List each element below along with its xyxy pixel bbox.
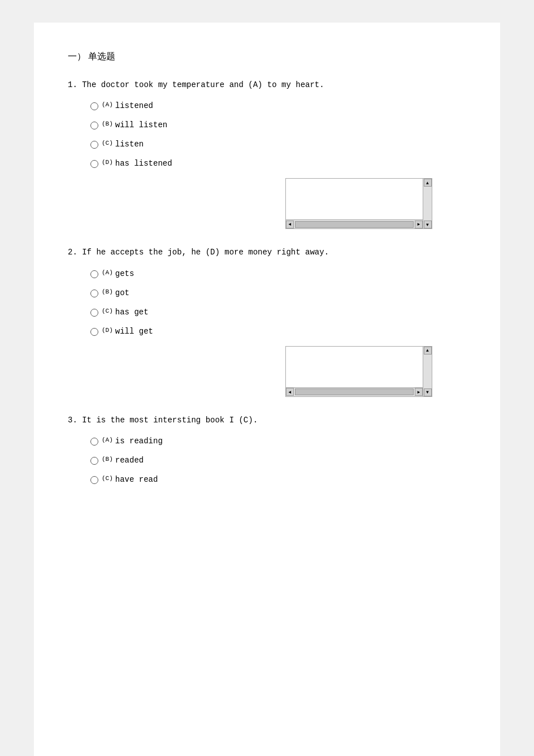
scrollbar-horizontal-1: ◄ ► [286, 219, 423, 228]
option-2-a-label: (A) [102, 269, 113, 276]
radio-3-a[interactable] [90, 438, 98, 446]
question-1: 1. The doctor took my temperature and (A… [68, 79, 466, 229]
question-1-option-c: (C) listen [90, 140, 466, 149]
question-1-option-a: (A) listened [90, 101, 466, 110]
option-1-c-text: listen [115, 140, 144, 149]
radio-2-d[interactable] [90, 328, 98, 336]
radio-2-c[interactable] [90, 309, 98, 317]
option-1-d-text: has listened [115, 159, 172, 168]
question-3-option-b: (B) readed [90, 456, 466, 465]
option-3-a-label: (A) [102, 437, 113, 443]
scroll-right-btn-2[interactable]: ► [415, 388, 423, 396]
page-container: 一） 单选题 1. The doctor took my temperature… [34, 23, 500, 756]
question-2-options: (A) gets (B) got (C) has get (D) will ge… [68, 269, 466, 336]
radio-3-c[interactable] [90, 476, 98, 484]
option-1-a-label: (A) [102, 101, 113, 108]
question-2-option-d: (D) will get [90, 327, 466, 336]
question-3-option-a: (A) is reading [90, 437, 466, 446]
scroll-left-btn-1[interactable]: ◄ [286, 221, 294, 228]
option-2-a-text: gets [115, 269, 134, 278]
option-3-a-text: is reading [115, 437, 163, 446]
question-1-option-d: (D) has listened [90, 159, 466, 168]
option-1-d-label: (D) [102, 159, 113, 166]
option-3-b-label: (B) [102, 456, 113, 463]
question-1-option-b: (B) will listen [90, 120, 466, 129]
question-2-option-b: (B) got [90, 288, 466, 297]
option-2-c-label: (C) [102, 308, 113, 314]
explanation-box-1: ▲ ▼ ◄ ► [285, 178, 432, 229]
radio-2-a[interactable] [90, 270, 98, 278]
radio-3-b[interactable] [90, 457, 98, 465]
option-2-d-label: (D) [102, 327, 113, 334]
section-title: 一） 单选题 [68, 51, 466, 63]
question-1-text: 1. The doctor took my temperature and (A… [68, 79, 466, 91]
scroll-down-btn-1[interactable]: ▼ [424, 221, 432, 228]
option-1-b-label: (B) [102, 120, 113, 127]
radio-2-b[interactable] [90, 290, 98, 297]
option-1-b-text: will listen [115, 120, 167, 129]
scroll-up-btn-1[interactable]: ▲ [424, 179, 432, 187]
question-3-options: (A) is reading (B) readed (C) have read [68, 437, 466, 484]
radio-1-c[interactable] [90, 141, 98, 149]
option-2-b-text: got [115, 288, 129, 297]
radio-1-a[interactable] [90, 102, 98, 110]
scrollbar-horizontal-2: ◄ ► [286, 387, 423, 396]
question-3-option-c: (C) have read [90, 475, 466, 484]
option-3-c-label: (C) [102, 475, 113, 482]
option-1-a-text: listened [115, 101, 153, 110]
option-2-c-text: has get [115, 308, 149, 317]
scroll-thumb-h-2[interactable] [295, 388, 414, 395]
option-1-c-label: (C) [102, 140, 113, 146]
option-3-c-text: have read [115, 475, 158, 484]
scroll-up-btn-2[interactable]: ▲ [424, 347, 432, 355]
option-2-d-text: will get [115, 327, 153, 336]
scroll-thumb-h-1[interactable] [295, 221, 414, 228]
scrollbar-vertical-1: ▲ ▼ [423, 179, 432, 228]
question-3-text: 3. It is the most intersting book I (C). [68, 414, 466, 426]
question-3: 3. It is the most intersting book I (C).… [68, 414, 466, 484]
question-2-text: 2. If he accepts the job, he (D) more mo… [68, 246, 466, 258]
scroll-left-btn-2[interactable]: ◄ [286, 388, 294, 396]
option-3-b-text: readed [115, 456, 144, 465]
question-1-options: (A) listened (B) will listen (C) listen … [68, 101, 466, 168]
option-2-b-label: (B) [102, 288, 113, 295]
question-2: 2. If he accepts the job, he (D) more mo… [68, 246, 466, 396]
scroll-right-btn-1[interactable]: ► [415, 221, 423, 228]
question-2-option-a: (A) gets [90, 269, 466, 278]
radio-1-d[interactable] [90, 160, 98, 168]
question-2-option-c: (C) has get [90, 308, 466, 317]
radio-1-b[interactable] [90, 122, 98, 129]
explanation-box-2: ▲ ▼ ◄ ► [285, 346, 432, 397]
scrollbar-vertical-2: ▲ ▼ [423, 347, 432, 396]
scroll-down-btn-2[interactable]: ▼ [424, 388, 432, 396]
